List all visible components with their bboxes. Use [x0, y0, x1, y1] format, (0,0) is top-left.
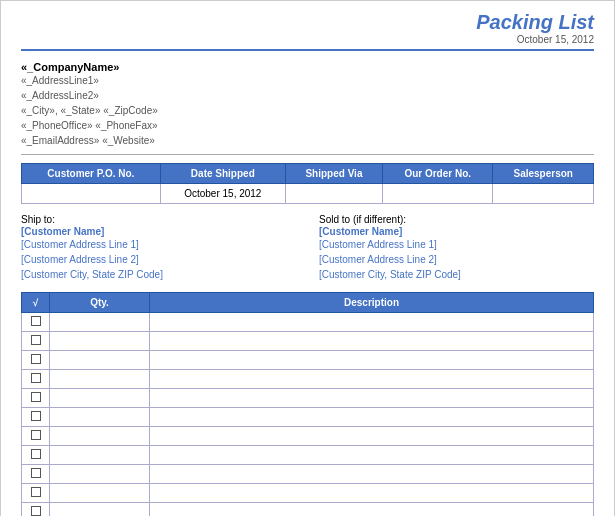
company-city-state-zip: «_City», «_State» «_ZipCode»: [21, 103, 594, 118]
items-table-row: [22, 408, 594, 427]
check-cell: [22, 389, 50, 408]
sold-to-address1: [Customer Address Line 1]: [319, 237, 594, 252]
checkbox-icon[interactable]: [31, 487, 41, 497]
description-cell: [150, 313, 594, 332]
sold-to-address2: [Customer Address Line 2]: [319, 252, 594, 267]
description-cell: [150, 427, 594, 446]
col-header-salesperson: Salesperson: [493, 164, 594, 184]
col-header-description: Description: [150, 293, 594, 313]
address-section: Ship to: [Customer Name] [Customer Addre…: [21, 214, 594, 282]
check-cell: [22, 427, 50, 446]
checkbox-icon[interactable]: [31, 411, 41, 421]
check-cell: [22, 408, 50, 427]
check-cell: [22, 351, 50, 370]
items-table: √ Qty. Description: [21, 292, 594, 516]
qty-cell: [50, 484, 150, 503]
col-header-date-shipped: Date Shipped: [160, 164, 285, 184]
info-table: Customer P.O. No. Date Shipped Shipped V…: [21, 163, 594, 204]
description-cell: [150, 503, 594, 517]
qty-cell: [50, 332, 150, 351]
items-table-row: [22, 370, 594, 389]
header: Packing List October 15, 2012: [21, 11, 594, 51]
ship-to-customer-name: [Customer Name]: [21, 226, 296, 237]
company-email-website: «_EmailAddress» «_Website»: [21, 133, 594, 148]
description-cell: [150, 484, 594, 503]
header-title-block: Packing List October 15, 2012: [476, 11, 594, 45]
shipped-via-value: [285, 184, 382, 204]
description-cell: [150, 351, 594, 370]
checkbox-icon[interactable]: [31, 335, 41, 345]
checkbox-icon[interactable]: [31, 354, 41, 364]
checkbox-icon[interactable]: [31, 468, 41, 478]
sold-to-customer-name: [Customer Name]: [319, 226, 594, 237]
items-table-row: [22, 351, 594, 370]
description-cell: [150, 446, 594, 465]
ship-to-address2: [Customer Address Line 2]: [21, 252, 296, 267]
qty-cell: [50, 351, 150, 370]
qty-cell: [50, 408, 150, 427]
check-cell: [22, 446, 50, 465]
description-cell: [150, 389, 594, 408]
description-cell: [150, 465, 594, 484]
sold-to-city-state-zip: [Customer City, State ZIP Code]: [319, 267, 594, 282]
qty-cell: [50, 446, 150, 465]
check-cell: [22, 465, 50, 484]
check-cell: [22, 503, 50, 517]
company-address1: «_AddressLine1»: [21, 73, 594, 88]
items-table-row: [22, 427, 594, 446]
items-table-row: [22, 389, 594, 408]
description-cell: [150, 370, 594, 389]
ship-to-address1: [Customer Address Line 1]: [21, 237, 296, 252]
items-table-row: [22, 484, 594, 503]
our-order-no-value: [383, 184, 493, 204]
items-table-row: [22, 332, 594, 351]
col-header-shipped-via: Shipped Via: [285, 164, 382, 184]
col-header-our-order-no: Our Order No.: [383, 164, 493, 184]
description-cell: [150, 332, 594, 351]
qty-cell: [50, 427, 150, 446]
checkbox-icon[interactable]: [31, 449, 41, 459]
checkbox-icon[interactable]: [31, 373, 41, 383]
items-table-row: [22, 503, 594, 517]
col-header-customer-po: Customer P.O. No.: [22, 164, 161, 184]
ship-to-city-state-zip: [Customer City, State ZIP Code]: [21, 267, 296, 282]
items-table-row: [22, 446, 594, 465]
company-section: «_CompanyName» «_AddressLine1» «_Address…: [21, 55, 594, 155]
date-shipped-value: October 15, 2012: [160, 184, 285, 204]
check-cell: [22, 370, 50, 389]
ship-to-block: Ship to: [Customer Name] [Customer Addre…: [21, 214, 296, 282]
qty-cell: [50, 465, 150, 484]
checkbox-icon[interactable]: [31, 392, 41, 402]
qty-cell: [50, 313, 150, 332]
checkbox-icon[interactable]: [31, 316, 41, 326]
company-name: «_CompanyName»: [21, 61, 594, 73]
sold-to-label: Sold to (if different):: [319, 214, 594, 225]
qty-cell: [50, 389, 150, 408]
checkbox-icon[interactable]: [31, 506, 41, 516]
check-cell: [22, 484, 50, 503]
sold-to-block: Sold to (if different): [Customer Name] …: [319, 214, 594, 282]
check-cell: [22, 313, 50, 332]
checkbox-icon[interactable]: [31, 430, 41, 440]
col-header-check: √: [22, 293, 50, 313]
col-header-qty: Qty.: [50, 293, 150, 313]
salesperson-value: [493, 184, 594, 204]
check-cell: [22, 332, 50, 351]
items-table-row: [22, 313, 594, 332]
info-table-row: October 15, 2012: [22, 184, 594, 204]
description-cell: [150, 408, 594, 427]
header-date: October 15, 2012: [476, 34, 594, 45]
items-table-row: [22, 465, 594, 484]
ship-to-label: Ship to:: [21, 214, 296, 225]
page: Packing List October 15, 2012 «_CompanyN…: [0, 0, 615, 516]
company-address2: «_AddressLine2»: [21, 88, 594, 103]
page-title: Packing List: [476, 11, 594, 34]
qty-cell: [50, 503, 150, 517]
qty-cell: [50, 370, 150, 389]
company-phone-fax: «_PhoneOffice» «_PhoneFax»: [21, 118, 594, 133]
customer-po-value: [22, 184, 161, 204]
